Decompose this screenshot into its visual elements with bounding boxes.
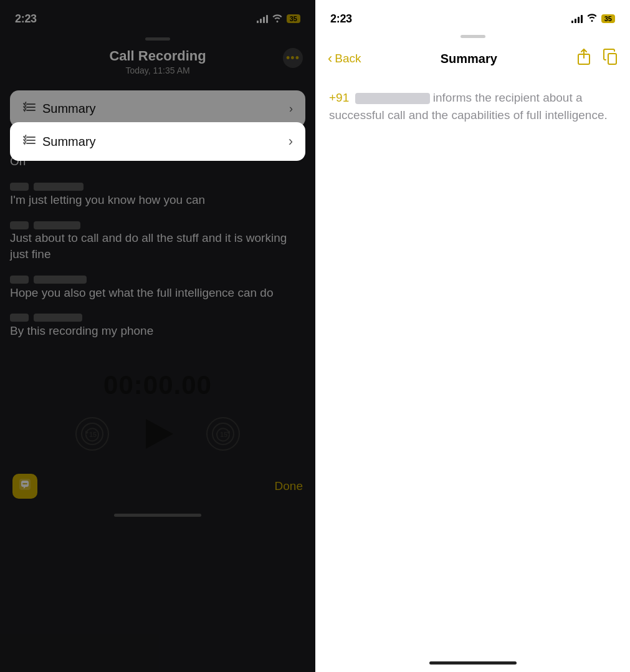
home-indicator-right — [429, 661, 517, 665]
drag-handle-right — [461, 35, 485, 38]
status-time-right: 2:23 — [330, 12, 352, 26]
copy-button[interactable] — [603, 48, 618, 69]
share-button[interactable] — [576, 48, 591, 69]
svg-rect-18 — [608, 54, 616, 64]
battery-badge-right: 35 — [601, 14, 615, 23]
back-button[interactable]: ‹ Back — [328, 52, 361, 65]
signal-bar-r1 — [571, 21, 573, 23]
back-chevron-icon: ‹ — [328, 52, 332, 65]
left-dim-overlay — [0, 0, 315, 672]
signal-bars-right — [571, 14, 583, 23]
status-icons-right: 35 — [571, 13, 615, 24]
wifi-icon-right — [586, 13, 598, 24]
status-bar-right: 2:23 35 — [315, 0, 630, 34]
nav-actions — [576, 48, 618, 69]
left-panel: 2:23 35 Call Recording Today, 11:35 AM — [0, 0, 315, 672]
summary-phone-prefix: +91 — [329, 91, 349, 104]
summary-card-label-overlay: Summary — [42, 135, 96, 149]
nav-right: ‹ Back Summary — [315, 44, 630, 77]
back-label: Back — [335, 52, 361, 65]
signal-bar-r4 — [581, 15, 583, 23]
summary-phone-blurred — [355, 93, 430, 104]
signal-bar-r2 — [575, 19, 576, 23]
summary-body-text: +91 informs the recipient about a succes… — [329, 89, 616, 123]
summary-list-icon-overlay — [22, 135, 36, 148]
right-panel: 2:23 35 ‹ Back Summary — [315, 0, 630, 672]
summary-page-title: Summary — [441, 52, 497, 66]
summary-card-overlay[interactable]: Summary › — [10, 122, 305, 161]
summary-card-chevron-overlay: › — [289, 133, 293, 150]
signal-bar-r3 — [578, 17, 580, 23]
summary-content: +91 informs the recipient about a succes… — [315, 77, 630, 656]
